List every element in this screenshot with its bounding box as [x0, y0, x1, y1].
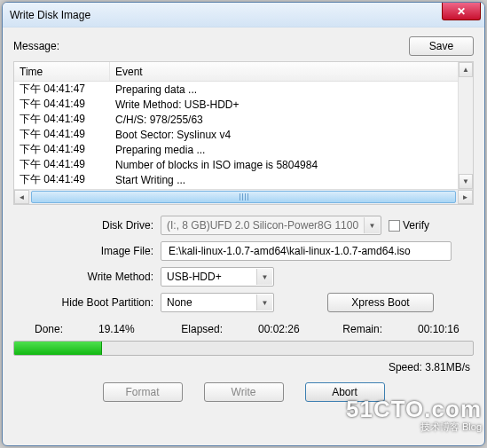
scrollbar-thumb[interactable]	[31, 191, 456, 203]
column-header-event[interactable]: Event	[110, 62, 473, 81]
abort-button[interactable]: Abort	[305, 382, 385, 402]
progress-fill	[14, 342, 102, 355]
progress-bar	[13, 341, 474, 356]
xpress-boot-button[interactable]: Xpress Boot	[327, 293, 434, 312]
write-method-dropdown[interactable]: USB-HDD+ ▼	[161, 267, 274, 287]
table-row[interactable]: 下午 04:41:47Preparing data ...	[14, 82, 473, 97]
remain-value: 00:10:16	[418, 323, 464, 335]
hide-boot-dropdown[interactable]: None ▼	[161, 293, 274, 312]
horizontal-scrollbar[interactable]: ◄ ►	[14, 189, 473, 204]
elapsed-label: Elapsed:	[180, 323, 223, 335]
window-title: Write Disk Image	[10, 9, 90, 21]
table-row[interactable]: 下午 04:41:49Start Writing ...	[14, 172, 473, 187]
titlebar: Write Disk Image ✕	[3, 3, 484, 28]
log-body: 下午 04:41:47Preparing data ... 下午 04:41:4…	[14, 82, 473, 187]
chevron-down-icon: ▼	[364, 217, 380, 233]
chevron-down-icon: ▼	[256, 295, 272, 310]
close-icon: ✕	[457, 5, 466, 18]
checkbox-icon	[389, 220, 400, 232]
done-value: 19.14%	[98, 323, 145, 335]
verify-checkbox[interactable]: Verify	[389, 219, 429, 232]
table-row[interactable]: 下午 04:41:49Number of blocks in ISO image…	[14, 157, 473, 172]
scroll-down-icon[interactable]: ▼	[459, 174, 473, 189]
image-file-field[interactable]	[161, 241, 452, 261]
elapsed-value: 00:02:26	[258, 323, 304, 335]
remain-label: Remain:	[340, 323, 382, 335]
close-button[interactable]: ✕	[442, 3, 481, 20]
done-label: Done:	[20, 323, 63, 335]
scroll-left-icon[interactable]: ◄	[14, 190, 29, 204]
save-button[interactable]: Save	[409, 36, 474, 56]
table-row[interactable]: 下午 04:41:49Boot Sector: Syslinux v4	[14, 127, 473, 142]
disk-drive-label: Disk Drive:	[13, 219, 161, 232]
hide-boot-label: Hide Boot Partition:	[13, 296, 161, 309]
speed-value: 3.81MB/s	[425, 361, 470, 373]
message-label: Message:	[13, 40, 409, 52]
disk-drive-dropdown[interactable]: (I:, 8 GB)UFD 2.0 Silicon-Power8G 1100 ▼	[161, 216, 381, 235]
column-header-time[interactable]: Time	[14, 62, 110, 81]
table-row[interactable]: 下午 04:41:49C/H/S: 978/255/63	[14, 112, 473, 127]
content-area: Message: Save Time Event 下午 04:41:47Prep…	[3, 28, 484, 411]
write-button[interactable]: Write	[204, 382, 284, 402]
log-panel: Time Event 下午 04:41:47Preparing data ...…	[13, 61, 474, 205]
scroll-up-icon[interactable]: ▲	[459, 62, 473, 77]
format-button[interactable]: Format	[103, 382, 183, 402]
speed-label: Speed:	[389, 361, 422, 373]
write-method-label: Write Method:	[13, 271, 161, 283]
table-row[interactable]: 下午 04:41:49Preparing media ...	[14, 142, 473, 157]
chevron-down-icon: ▼	[256, 269, 272, 285]
window: Write Disk Image ✕ Message: Save Time Ev…	[2, 2, 485, 446]
table-row[interactable]: 下午 04:41:49Write Method: USB-HDD+	[14, 97, 473, 112]
image-file-label: Image File:	[13, 245, 161, 257]
vertical-scrollbar[interactable]: ▲ ▼	[458, 62, 473, 189]
scroll-right-icon[interactable]: ►	[458, 190, 473, 204]
